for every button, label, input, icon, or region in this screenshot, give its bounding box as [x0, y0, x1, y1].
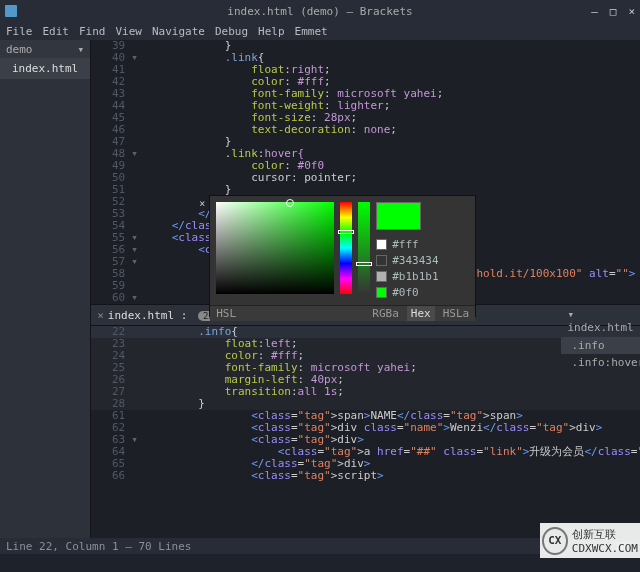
sidebar: demo▾ index.html [0, 40, 91, 538]
alpha-slider[interactable] [358, 202, 370, 294]
related-item[interactable]: .info:hover:29 [561, 354, 640, 371]
close-icon[interactable]: × [97, 309, 104, 322]
close-icon[interactable]: × [628, 5, 635, 18]
menu-help[interactable]: Help [258, 25, 285, 38]
maximize-icon[interactable]: □ [610, 5, 617, 18]
saturation-value-field[interactable] [216, 202, 334, 294]
window-title: index.html (demo) — Brackets [227, 5, 412, 18]
chevron-down-icon: ▾ [78, 43, 85, 56]
minimize-icon[interactable]: — [591, 5, 598, 18]
menu-navigate[interactable]: Navigate [152, 25, 205, 38]
menu-find[interactable]: Find [79, 25, 106, 38]
close-icon[interactable]: × [199, 198, 205, 209]
menubar: File Edit Find View Navigate Debug Help … [0, 22, 640, 40]
menu-debug[interactable]: Debug [215, 25, 248, 38]
color-picker[interactable]: × #fff#343434#b1b1b1#0f0 HSL RGBa Hex HS… [209, 195, 476, 317]
quick-edit-tab[interactable]: index.html : 22 [108, 309, 219, 322]
project-selector[interactable]: demo▾ [0, 40, 90, 58]
menu-file[interactable]: File [6, 25, 33, 38]
titlebar: index.html (demo) — Brackets — □ × [0, 0, 640, 22]
mode-rgba[interactable]: RGBa [372, 307, 399, 320]
watermark: CX 创新互联CDXWCX.COM [540, 523, 640, 558]
code-editor[interactable]: 39 }40▾ .link{41 float:right;42 color: #… [91, 40, 640, 538]
color-preview [376, 202, 421, 230]
related-rules-panel: ▾ index.html(2) .info:22 .info:hover:29 [561, 305, 640, 325]
menu-emmet[interactable]: Emmet [295, 25, 328, 38]
mode-hex[interactable]: Hex [407, 306, 435, 321]
hue-slider[interactable] [340, 202, 352, 294]
menu-view[interactable]: View [116, 25, 143, 38]
menu-edit[interactable]: Edit [43, 25, 70, 38]
mode-hsl[interactable]: HSL [216, 307, 236, 320]
cursor-position: Line 22, Column 1 — 70 Lines [6, 540, 191, 553]
sidebar-file[interactable]: index.html [0, 58, 90, 79]
mode-hsla[interactable]: HSLa [443, 307, 470, 320]
app-logo [5, 5, 17, 17]
related-item[interactable]: .info:22 [561, 337, 640, 354]
